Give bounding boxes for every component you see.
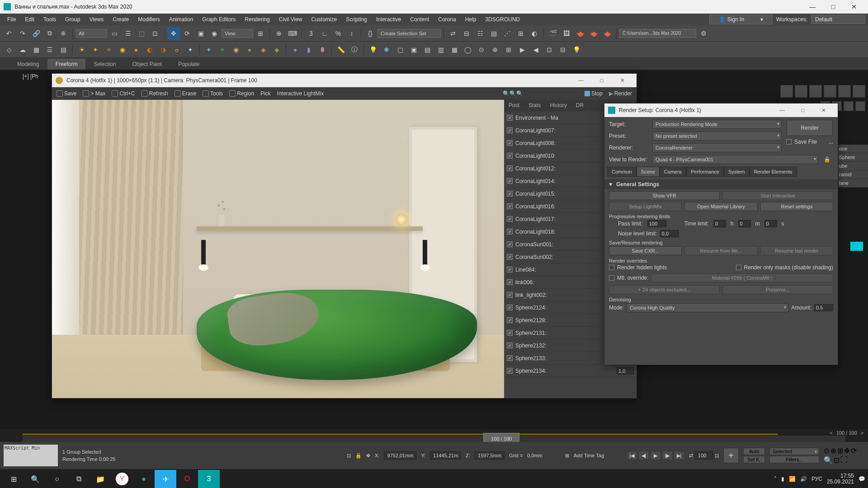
camera-phys-icon[interactable]: ● [243, 43, 256, 56]
render-q6-icon[interactable]: ◯ [462, 43, 474, 56]
start-interactive-button[interactable]: Start interactive [722, 191, 833, 200]
light-checkbox[interactable]: ✓ [507, 216, 513, 222]
lock-selection-icon[interactable]: 🔒 [355, 453, 362, 459]
unlink-button[interactable]: ⧉ [43, 27, 56, 40]
ribbon-tab-modeling[interactable]: Modeling [9, 59, 47, 70]
light-direct-icon[interactable]: ◉ [116, 43, 129, 56]
yandex-button[interactable]: Y [116, 473, 128, 485]
snap-toggle-button[interactable]: 3 [305, 27, 317, 40]
light-checkbox[interactable]: ✓ [507, 241, 513, 247]
menu-interactive[interactable]: Interactive [372, 14, 406, 24]
open-material-library-button[interactable]: Open Material Library [684, 202, 757, 211]
light-spot-icon[interactable]: ✧ [103, 43, 115, 56]
render-q8-icon[interactable]: ⊕ [489, 43, 501, 56]
menu-group[interactable]: Group [61, 14, 85, 24]
vfb-erase[interactable]: Erase [172, 89, 199, 98]
render-button[interactable]: Render [787, 120, 832, 136]
light-checkbox[interactable]: ✓ [507, 153, 513, 159]
render-q4-icon[interactable]: ▥ [434, 43, 447, 56]
render-q10-icon[interactable]: ▶ [516, 43, 528, 56]
render-q12-icon[interactable]: ⊡ [543, 43, 556, 56]
ribbon-tab-object-paint[interactable]: Object Paint [124, 59, 170, 70]
fx2-icon[interactable]: ◆ [270, 43, 283, 56]
material-editor-button[interactable]: ◐ [528, 27, 541, 40]
vp-nav-1[interactable]: ⊙ [824, 446, 830, 455]
rs-tab-common[interactable]: Common [607, 167, 637, 177]
timelimit-h-input[interactable]: 0 [713, 220, 726, 227]
y-input[interactable]: 11445,21m [430, 451, 461, 460]
ribbon-tab-populate[interactable]: Populate [170, 59, 208, 70]
tray-chevron-icon[interactable]: ˄ [774, 476, 777, 482]
signin-dropdown[interactable]: 👤Sign In▾ [709, 14, 773, 24]
vp-nav-3[interactable]: ⊞ [837, 446, 843, 455]
light-checkbox[interactable]: ✓ [507, 343, 513, 348]
info-icon[interactable]: ⓘ [348, 43, 361, 56]
angle-snap-button[interactable]: ∟ [318, 27, 331, 40]
menu-customize[interactable]: Customize [307, 14, 342, 24]
noiselimit-input[interactable]: 0,0 [660, 230, 679, 237]
sphere-icon[interactable]: ● [289, 43, 302, 56]
placement-button[interactable]: ◉ [208, 27, 221, 40]
undo-button[interactable]: ↶ [3, 27, 15, 40]
toggle-ribbon-button[interactable]: ▤ [487, 27, 500, 40]
render-q2-icon[interactable]: ▣ [407, 43, 420, 56]
path-config-button[interactable]: ⚙ [697, 27, 710, 40]
vfb-save[interactable]: Save [54, 89, 79, 98]
cmd-sub-cameras[interactable] [855, 101, 865, 111]
vfb-tools[interactable]: Tools [200, 89, 226, 98]
rs-tab-performance[interactable]: Performance [686, 167, 724, 177]
edit-named-sel-button[interactable]: {} [364, 27, 377, 40]
vfb-tab-dr[interactable]: DR [571, 100, 588, 112]
vp-nav-7[interactable]: ⊡ [834, 456, 840, 465]
add-key-button[interactable]: + [723, 448, 739, 463]
time-config-icon[interactable]: ⊡ [715, 453, 719, 459]
view-dropdown[interactable]: Quad 4 - PhysCamera001 [652, 155, 818, 164]
ribbon-tab-selection[interactable]: Selection [85, 59, 124, 70]
general-settings-rollout[interactable]: ▼General Settings [604, 179, 838, 189]
explorer-button[interactable]: 📁 [90, 470, 111, 488]
resume-file-button[interactable]: Resume from file... [684, 246, 757, 255]
spinner-snap-button[interactable]: ↕ [345, 27, 358, 40]
light-checkbox[interactable]: ✓ [507, 292, 513, 298]
save-file-browse[interactable]: ... [829, 139, 833, 145]
percent-snap-button[interactable]: % [332, 27, 344, 40]
denoise-mode-dropdown[interactable]: Corona High Quality [627, 303, 788, 312]
mtl-override-checkbox[interactable] [609, 275, 614, 281]
menu-scripting[interactable]: Scripting [341, 14, 372, 24]
keyboard-shortcut-button[interactable]: ⌨ [286, 27, 299, 40]
taskview-button[interactable]: ⧉ [68, 470, 90, 488]
light-omni-icon[interactable]: ☀ [75, 43, 88, 56]
target-dropdown[interactable]: Production Rendering Mode [652, 120, 782, 129]
box-icon[interactable]: ▮ [302, 43, 315, 56]
track-bar[interactable] [23, 430, 778, 435]
vfb-zoom-tools[interactable]: 🔍🔍🔍 [500, 89, 526, 98]
vp-nav-4[interactable]: ✥ [844, 446, 850, 455]
tray-battery-icon[interactable]: ▮ [781, 476, 784, 482]
tray-wifi-icon[interactable]: 📶 [789, 476, 796, 482]
light-checkbox[interactable]: ✓ [507, 254, 513, 260]
menu-help[interactable]: Help [461, 14, 481, 24]
light-checkbox[interactable]: ✓ [507, 229, 513, 235]
rs-tab-system[interactable]: System [724, 167, 750, 177]
scale-button[interactable]: ▣ [194, 27, 207, 40]
primitive-pyramid[interactable]: ramid [836, 170, 868, 179]
menu-create[interactable]: Create [108, 14, 133, 24]
minimize-button[interactable]: — [802, 0, 823, 14]
select-object-button[interactable]: ▭ [108, 27, 121, 40]
ribbon-tab-freeform[interactable]: Freeform [47, 59, 86, 70]
render-setup-button[interactable]: 🎬 [547, 27, 559, 40]
rotate-button[interactable]: ⟳ [181, 27, 193, 40]
resume-last-button[interactable]: Resume last render [760, 246, 833, 255]
setkey-button[interactable]: Set K. [743, 456, 765, 463]
light-checkbox[interactable]: ✓ [507, 115, 513, 121]
menu-3dsground[interactable]: 3DSGROUND [481, 14, 524, 24]
telegram-button[interactable]: ✈ [155, 470, 176, 488]
render-masks-checkbox[interactable] [736, 265, 741, 270]
light-checkbox[interactable]: ✓ [507, 368, 513, 374]
goto-start[interactable]: |◀ [627, 451, 637, 460]
save-cxr-button[interactable]: Save CXR... [609, 246, 682, 255]
render-q13-icon[interactable]: ⊟ [557, 43, 569, 56]
render-q9-icon[interactable]: ⊞ [502, 43, 515, 56]
measure-icon[interactable]: 📏 [335, 43, 347, 56]
vfb-interactive-lightmix[interactable]: Interactive LightMix [274, 89, 326, 98]
